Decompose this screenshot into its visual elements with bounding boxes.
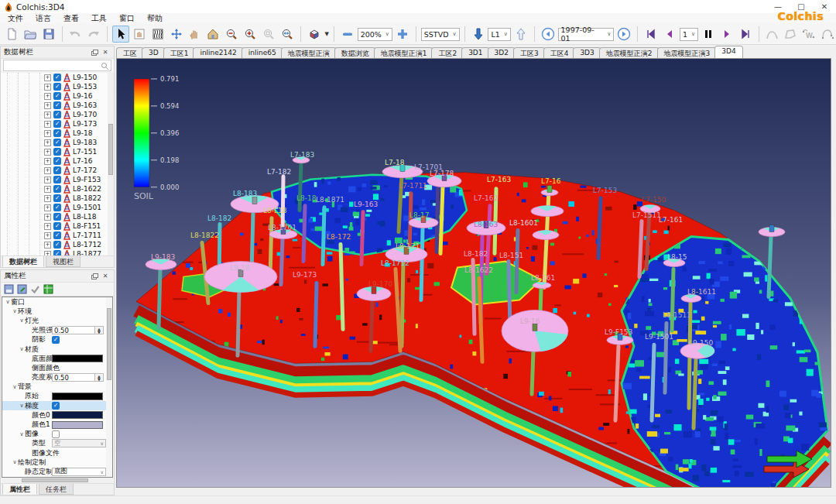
menu-item-0[interactable]: 文件 (8, 13, 23, 24)
props-scrollbar[interactable] (106, 297, 112, 477)
date-combo[interactable]: 1997-09-01∨ (558, 28, 615, 41)
zoom-increase-button[interactable] (394, 26, 411, 43)
spinner-buttons[interactable]: ▲▼ (95, 326, 104, 334)
dock-tab-视图栏[interactable]: 视图栏 (46, 256, 81, 267)
view-tab-inline2142[interactable]: inline2142 (193, 47, 243, 58)
frame-combo[interactable]: 1∨ (680, 28, 698, 41)
tree-checkbox[interactable]: ✓ (53, 139, 61, 146)
zoom-fit-button[interactable] (279, 26, 296, 43)
viewport-3d[interactable]: L7-183L7-182L7-18L7-1701L7-178L7-163L7-1… (116, 58, 831, 488)
chevron-down-icon[interactable]: ∨ (12, 308, 18, 314)
view-tab-3D4[interactable]: 3D4 (714, 46, 742, 58)
view-tab-工区[interactable]: 工区 (116, 47, 144, 58)
tree-checkbox[interactable]: ✓ (53, 250, 61, 255)
view-tab-数据浏览[interactable]: 数据浏览 (334, 47, 376, 58)
dock-tab-任务栏[interactable]: 任务栏 (39, 484, 74, 495)
well-stick-L8-1601[interactable] (516, 231, 518, 293)
prop-checkbox[interactable] (52, 430, 60, 438)
spin-value[interactable]: 0.50 (52, 373, 95, 382)
pick-tool-button[interactable] (131, 26, 148, 43)
tree-checkbox[interactable]: ✓ (53, 176, 61, 183)
well-stick-L8-171[interactable] (402, 262, 403, 347)
zoom-level-combo[interactable]: 200%∨ (358, 28, 392, 41)
tree-checkbox[interactable]: ✓ (53, 111, 61, 118)
well-stick-L8-17[interactable] (421, 229, 423, 300)
tree-checkbox[interactable]: ✓ (53, 222, 61, 230)
layer-up-icon[interactable] (512, 26, 529, 43)
panel-float-icon[interactable] (89, 272, 100, 281)
well-stick-L9-183[interactable] (159, 269, 160, 328)
well-stick-L7-153[interactable] (598, 198, 601, 259)
tree-checkbox[interactable]: ✓ (53, 74, 61, 81)
view-cube-caret[interactable]: ▼ (324, 31, 328, 37)
well-stick-L7-161[interactable] (769, 237, 771, 297)
frame-next-button[interactable] (718, 26, 735, 43)
well-stick-L9-150[interactable] (694, 358, 696, 428)
view-cube-button[interactable] (306, 26, 323, 43)
prop-checkbox[interactable]: ✓ (52, 336, 60, 344)
chevron-down-icon[interactable]: ∨ (12, 384, 18, 390)
menu-item-5[interactable]: 帮助 (147, 13, 163, 24)
frame-first-button[interactable] (642, 26, 660, 43)
tree-checkbox[interactable]: ✓ (53, 101, 61, 109)
tree-checkbox[interactable]: ✓ (53, 213, 61, 221)
new-file-button[interactable] (3, 26, 20, 43)
chevron-down-icon[interactable]: ∨ (19, 431, 25, 437)
color-swatch[interactable] (52, 411, 103, 419)
spin-value[interactable]: 0.50 (52, 326, 95, 334)
view-tab-工区1[interactable]: 工区1 (163, 47, 196, 58)
move-tool-button[interactable] (168, 26, 185, 43)
panel-close-icon[interactable]: ✕ (100, 48, 111, 57)
chevron-down-icon[interactable]: ∨ (19, 317, 25, 324)
well-stick-L9-163[interactable] (361, 212, 363, 265)
pan-tool-button[interactable] (187, 26, 204, 43)
tree-checkbox[interactable]: ✓ (53, 194, 61, 202)
tree-checkbox[interactable]: ✓ (53, 129, 61, 137)
tree-checkbox[interactable]: ✓ (53, 231, 61, 239)
view-tab-工区2[interactable]: 工区2 (431, 47, 464, 58)
menu-item-4[interactable]: 窗口 (119, 13, 135, 24)
spinner-buttons[interactable]: ▲▼ (95, 373, 104, 382)
well-stick-L8-1701[interactable] (281, 238, 283, 285)
tree-checkbox[interactable]: ✓ (53, 166, 61, 174)
pause-button[interactable] (700, 26, 717, 43)
edit-props-icon[interactable] (17, 284, 27, 294)
layer-combo[interactable]: L1∨ (488, 28, 510, 41)
table-icon[interactable] (43, 284, 53, 294)
tree-checkbox[interactable]: ✓ (53, 92, 61, 100)
zoom-in-button[interactable] (242, 26, 259, 43)
select-tool-button[interactable] (112, 26, 129, 43)
menu-item-3[interactable]: 工具 (91, 13, 107, 24)
view-tab-3D3[interactable]: 3D3 (573, 47, 601, 58)
date-prev-button[interactable] (540, 26, 557, 43)
layer-down-icon[interactable] (470, 26, 487, 43)
well-stick-L7-183[interactable] (300, 163, 301, 211)
tree-checkbox[interactable]: ✓ (53, 120, 61, 128)
view-tab-地震模型正演[interactable]: 地震模型正演 (281, 47, 337, 58)
view-tab-地震模型正演3[interactable]: 地震模型正演3 (657, 47, 718, 58)
tree-checkbox[interactable]: ✓ (53, 241, 61, 249)
view-tab-3D[interactable]: 3D (142, 47, 166, 58)
apply-check-icon[interactable] (30, 284, 40, 294)
date-next-button[interactable] (615, 26, 632, 43)
tree-checkbox[interactable]: ✓ (53, 204, 61, 211)
view-tab-3D1[interactable]: 3D1 (461, 47, 489, 58)
zoom-out-button[interactable] (223, 26, 240, 43)
well-stick-L9-170[interactable] (371, 300, 372, 351)
open-file-button[interactable] (22, 26, 39, 43)
menu-item-2[interactable]: 查看 (63, 13, 79, 24)
zoom-decrease-button[interactable] (339, 26, 356, 43)
domain-combo[interactable]: SSTVD∨ (421, 28, 460, 41)
home-view-button[interactable] (204, 26, 221, 43)
dock-tab-数据树栏[interactable]: 数据树栏 (2, 256, 44, 267)
props-hscrollbar[interactable] (2, 478, 113, 483)
panel-close-icon[interactable]: ✕ (100, 272, 111, 281)
color-swatch[interactable] (52, 393, 103, 400)
menu-item-1[interactable]: 语言 (36, 13, 51, 24)
chevron-down-icon[interactable]: ∨ (12, 459, 18, 465)
seismic-view-button[interactable] (149, 26, 166, 43)
chevron-down-icon[interactable]: ∨ (19, 403, 25, 409)
well-stick-L8-172[interactable] (341, 245, 343, 330)
panel-float-icon[interactable] (89, 48, 100, 57)
scene-3d[interactable]: L7-183L7-182L7-18L7-1701L7-178L7-163L7-1… (117, 59, 831, 487)
